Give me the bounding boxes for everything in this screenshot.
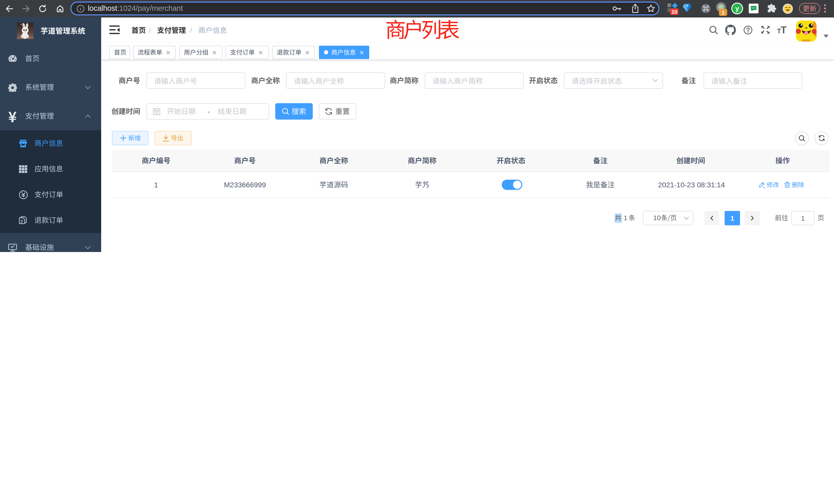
svg-text:1: 1 [722,9,725,16]
svg-text:y: y [736,4,739,12]
svg-text:10: 10 [672,9,677,15]
